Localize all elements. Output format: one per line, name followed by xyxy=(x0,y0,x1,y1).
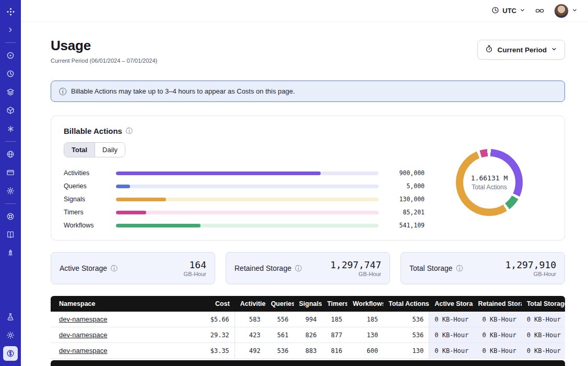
table-cell: 826 xyxy=(294,327,322,343)
usage-table-head-row: NamespaceCostActivitiesQueriesSignalsTim… xyxy=(51,296,565,312)
bar-label: Workflows xyxy=(64,222,109,229)
tab-daily[interactable]: Daily xyxy=(95,143,125,157)
active-storage-unit: GB-Hour xyxy=(184,271,206,277)
table-cell: 0 KB-Hour xyxy=(522,327,565,343)
info-icon[interactable]: ⓘ xyxy=(111,265,117,272)
usage-table-body: dev-namespace$5.665835569941851855360 KB… xyxy=(51,312,565,359)
table-cell: 130 xyxy=(347,327,383,343)
active-storage-card: Active Storage ⓘ 164 GB-Hour xyxy=(51,252,215,284)
settings-gear-icon[interactable] xyxy=(3,184,18,198)
table-header-total-storage: Total Storage xyxy=(522,296,565,312)
globe-icon[interactable] xyxy=(3,147,18,162)
total-storage-card: Total Storage ⓘ 1,297,910 GB-Hour xyxy=(401,252,565,284)
bar-row: Workflows541,109 xyxy=(64,221,425,230)
table-cell: 0 KB-Hour xyxy=(473,343,522,359)
table-cell: 877 xyxy=(322,327,347,343)
table-cell: 0 KB-Hour xyxy=(429,312,473,327)
bar-row: Activities900,000 xyxy=(64,169,425,177)
table-cell: 536 xyxy=(383,327,429,343)
donut-chart: 1.66131 M Total Actions xyxy=(456,149,523,216)
temporal-logo-icon[interactable] xyxy=(3,4,18,19)
nexus-asterisk-icon[interactable] xyxy=(3,121,18,136)
bar-row: Signals130,000 xyxy=(64,195,425,203)
table-header-signals: Signals xyxy=(294,296,322,312)
bar-value: 541,109 xyxy=(386,222,425,229)
bar-track xyxy=(116,185,379,188)
namespace-usage-table-section: NamespaceCostActivitiesQueriesSignalsTim… xyxy=(51,296,565,366)
chevron-down-icon xyxy=(520,7,525,15)
tab-total[interactable]: Total xyxy=(64,143,95,157)
info-banner: ⓘ Billable Actions may take up to 3–4 ho… xyxy=(51,81,565,102)
bar-fill xyxy=(116,224,201,227)
chevron-down-icon xyxy=(551,46,557,54)
user-menu[interactable] xyxy=(554,4,578,18)
sidebar-divider xyxy=(5,203,16,204)
billable-actions-card: Billable Actions ⓘ Total Daily Activitie… xyxy=(51,116,565,241)
namespace-link[interactable]: dev-namespace xyxy=(59,315,108,323)
bar-value: 900,000 xyxy=(386,169,425,177)
table-header-namespace: Namespace xyxy=(51,296,199,312)
namespace-cell: dev-namespace xyxy=(51,327,199,343)
active-storage-value: 164 xyxy=(189,259,206,270)
period-button-label: Current Period xyxy=(497,46,547,54)
layers-icon[interactable] xyxy=(3,85,18,99)
usage-table: NamespaceCostActivitiesQueriesSignalsTim… xyxy=(51,296,565,359)
table-cell: 492 xyxy=(235,343,266,359)
bar-row: Queries5,000 xyxy=(64,182,425,190)
billing-card-icon[interactable] xyxy=(3,165,18,180)
info-icon[interactable]: ⓘ xyxy=(126,128,133,134)
table-cell: 994 xyxy=(294,312,322,327)
support-lifebuoy-icon[interactable] xyxy=(3,209,18,224)
stopwatch-icon xyxy=(485,45,493,54)
bar-label: Queries xyxy=(64,182,109,190)
total-storage-unit: GB-Hour xyxy=(534,271,556,277)
bar-track xyxy=(116,198,379,201)
docs-book-icon[interactable] xyxy=(3,227,18,242)
usage-dollar-icon[interactable] xyxy=(3,346,18,361)
table-cell: 583 xyxy=(235,312,266,327)
bar-fill xyxy=(116,198,166,201)
deployments-cube-icon[interactable] xyxy=(3,103,18,118)
total-storage-label: Total Storage xyxy=(409,264,453,272)
period-selector-button[interactable]: Current Period xyxy=(477,40,565,60)
namespace-link[interactable]: dev-namespace xyxy=(59,347,108,354)
table-row: dev-namespace$3.354925368838166001300 KB… xyxy=(51,343,565,359)
donut-chart-area: 1.66131 M Total Actions xyxy=(427,135,552,230)
getting-started-rocket-icon[interactable] xyxy=(3,246,18,260)
retained-storage-card: Retained Storage ⓘ 1,297,747 GB-Hour xyxy=(226,252,390,284)
table-header-retained-storage: Retained Storage xyxy=(473,296,522,312)
namespaces-icon[interactable] xyxy=(3,48,18,63)
namespace-cell: dev-namespace xyxy=(51,312,199,327)
table-cell: 536 xyxy=(266,343,294,359)
namespace-cell: dev-namespace xyxy=(51,343,199,359)
bar-fill xyxy=(116,211,146,214)
clock-icon xyxy=(491,6,499,16)
timezone-menu[interactable]: UTC xyxy=(491,6,525,16)
table-header-cost: Cost xyxy=(199,296,235,312)
topbar: UTC xyxy=(21,0,588,22)
table-cell: 556 xyxy=(266,312,294,327)
table-cell: 0 KB-Hour xyxy=(522,312,565,327)
theme-sun-icon[interactable] xyxy=(3,328,18,342)
history-clock-icon[interactable] xyxy=(3,66,18,81)
billable-actions-title: Billable Actions xyxy=(64,127,122,135)
page-title: Usage xyxy=(51,38,157,54)
total-storage-value: 1,297,910 xyxy=(505,259,556,270)
bar-row: Timers85,201 xyxy=(64,208,425,216)
table-header-total-actions: Total Actions xyxy=(383,296,429,312)
retained-storage-value: 1,297,747 xyxy=(330,259,381,270)
avatar xyxy=(554,4,569,18)
collapse-chevron-icon[interactable] xyxy=(3,22,18,37)
table-cell: $3.35 xyxy=(199,343,235,359)
bar-track xyxy=(116,211,379,214)
info-icon[interactable]: ⓘ xyxy=(295,265,302,272)
namespace-link[interactable]: dev-namespace xyxy=(59,331,108,339)
donut-total-label: Total Actions xyxy=(472,184,507,191)
info-icon[interactable]: ⓘ xyxy=(456,265,463,272)
goggles-icon[interactable] xyxy=(535,7,545,15)
sidebar-bottom-group xyxy=(3,310,18,361)
table-cell: 0 KB-Hour xyxy=(429,343,473,359)
retained-storage-label: Retained Storage xyxy=(234,264,291,272)
labs-flask-icon[interactable] xyxy=(3,310,18,324)
bar-fill xyxy=(116,185,130,188)
